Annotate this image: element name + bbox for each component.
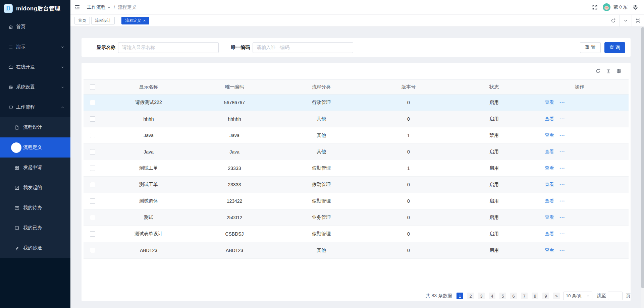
cell-version: 1 <box>369 166 448 171</box>
view-link[interactable]: 查看 <box>545 149 554 155</box>
more-actions-icon[interactable]: ··· <box>559 248 565 253</box>
table-row[interactable]: 测试 250012 业务管理 0 启用 查看··· <box>84 209 629 226</box>
page-button-8[interactable]: 8 <box>532 293 538 299</box>
select-all-checkbox[interactable] <box>90 84 95 90</box>
view-link[interactable]: 查看 <box>545 116 554 122</box>
sidebar-item-demo[interactable]: 演示 <box>0 37 70 57</box>
page-button-2[interactable]: 2 <box>467 293 474 299</box>
column-header-category[interactable]: 流程分类 <box>273 84 369 90</box>
submenu-item-label: 我的待办 <box>23 205 42 211</box>
view-link[interactable]: 查看 <box>545 214 554 221</box>
view-link[interactable]: 查看 <box>545 231 554 237</box>
submenu-item-my-todo[interactable]: 我的待办 <box>0 198 70 218</box>
table-row[interactable]: 请假测试222 56786767 行政管理 0 启用 查看··· <box>84 95 629 111</box>
view-link[interactable]: 查看 <box>545 132 554 138</box>
breadcrumb-parent[interactable]: 工作流程 <box>87 4 106 10</box>
fullscreen-icon[interactable] <box>592 4 598 10</box>
page-size-select[interactable]: 10 条/页 <box>563 292 592 300</box>
table-row[interactable]: 测试表单设计 CSBDSJ 假勤管理 0 启用 查看··· <box>84 226 629 242</box>
code-input[interactable]: 请输入唯一编码 <box>253 42 353 53</box>
row-checkbox[interactable] <box>90 182 95 187</box>
sidebar-item-home[interactable]: 首页 <box>0 17 70 37</box>
view-link[interactable]: 查看 <box>545 165 554 171</box>
table-row[interactable]: 测试调休 123422 假勤管理 0 启用 查看··· <box>84 193 629 209</box>
chevron-down-icon <box>107 5 111 9</box>
row-checkbox[interactable] <box>90 231 95 237</box>
page-button-1[interactable]: 1 <box>457 293 463 299</box>
query-button[interactable]: 查 询 <box>604 42 625 53</box>
row-checkbox[interactable] <box>90 133 95 138</box>
sidebar-item-online-dev[interactable]: 在线开发 <box>0 57 70 77</box>
row-checkbox[interactable] <box>90 198 95 204</box>
avatar[interactable] <box>603 3 610 11</box>
refresh-icon[interactable] <box>595 68 601 74</box>
more-actions-icon[interactable]: ··· <box>559 116 565 122</box>
row-checkbox[interactable] <box>90 149 95 155</box>
sidebar-item-system-settings[interactable]: 系统设置 <box>0 77 70 97</box>
tab-home[interactable]: 首页 <box>74 17 90 24</box>
tab-options-button[interactable] <box>619 15 632 26</box>
column-header-version[interactable]: 版本号 <box>369 84 448 90</box>
row-checkbox[interactable] <box>90 215 95 220</box>
more-actions-icon[interactable]: ··· <box>559 149 565 155</box>
page-button-6[interactable]: 6 <box>510 293 517 299</box>
page-button-4[interactable]: 4 <box>489 293 495 299</box>
more-actions-icon[interactable]: ··· <box>559 166 565 171</box>
view-link[interactable]: 查看 <box>545 198 554 204</box>
more-actions-icon[interactable]: ··· <box>559 182 565 187</box>
name-input[interactable]: 请输入显示名称 <box>118 42 219 53</box>
view-link[interactable]: 查看 <box>545 182 554 188</box>
reset-button[interactable]: 重 置 <box>580 42 601 53</box>
column-header-status[interactable]: 状态 <box>448 84 540 90</box>
username[interactable]: 蒙立东 <box>613 4 628 10</box>
tab-process-design[interactable]: 流程设计 <box>91 17 115 24</box>
page-size-value: 10 条/页 <box>566 293 582 299</box>
page-button-9[interactable]: 9 <box>542 293 549 299</box>
next-page-button[interactable]: > <box>553 293 560 299</box>
submenu-item-my-initiated[interactable]: 我发起的 <box>0 178 70 198</box>
more-actions-icon[interactable]: ··· <box>559 198 565 204</box>
refresh-tab-button[interactable] <box>607 15 619 26</box>
submenu-item-label: 我发起的 <box>23 185 42 191</box>
row-height-icon[interactable] <box>606 68 611 74</box>
row-checkbox[interactable] <box>90 100 95 105</box>
submenu-item-my-cc[interactable]: 我的抄送 <box>0 238 70 258</box>
column-header-actions[interactable]: 操作 <box>540 84 629 90</box>
page-button-5[interactable]: 5 <box>499 293 506 299</box>
sidebar-item-workflow[interactable]: 工作流程 <box>0 97 70 117</box>
close-icon[interactable]: × <box>143 18 146 23</box>
table-row[interactable]: ABD123 ABD123 其他 0 启用 查看··· <box>84 242 629 259</box>
table-row[interactable]: Java Java 其他 0 启用 查看··· <box>84 144 629 160</box>
submenu-item-start-application[interactable]: 发起申请 <box>0 158 70 178</box>
menu-fold-icon[interactable] <box>74 4 80 10</box>
row-checkbox[interactable] <box>90 116 95 122</box>
more-actions-icon[interactable]: ··· <box>559 133 565 138</box>
maximize-button[interactable] <box>632 15 644 26</box>
column-header-name[interactable]: 显示名称 <box>102 84 196 90</box>
cell-status: 启用 <box>448 100 540 106</box>
column-header-code[interactable]: 唯一编码 <box>196 84 273 90</box>
table-row[interactable]: Java Java 其他 1 禁用 查看··· <box>84 127 629 144</box>
more-actions-icon[interactable]: ··· <box>559 215 565 220</box>
table-row[interactable]: hhhh hhhhh 其他 0 启用 查看··· <box>84 111 629 127</box>
submenu-item-process-definition[interactable]: 流程定义 <box>0 137 70 158</box>
more-actions-icon[interactable]: ··· <box>559 231 565 237</box>
view-link[interactable]: 查看 <box>545 247 554 253</box>
view-link[interactable]: 查看 <box>545 100 554 106</box>
page-button-7[interactable]: 7 <box>521 293 528 299</box>
cell-version: 0 <box>369 116 448 122</box>
scrollbar[interactable] <box>641 27 644 308</box>
scrollbar-thumb[interactable] <box>641 27 644 288</box>
more-actions-icon[interactable]: ··· <box>559 100 565 105</box>
page-button-3[interactable]: 3 <box>478 293 485 299</box>
submenu-item-process-design[interactable]: 流程设计 <box>0 117 70 137</box>
row-checkbox[interactable] <box>90 166 95 171</box>
row-checkbox[interactable] <box>90 248 95 253</box>
tab-process-definition[interactable]: 流程定义× <box>121 17 149 24</box>
jump-page-input[interactable] <box>608 292 623 300</box>
submenu-item-my-done[interactable]: 我的已办 <box>0 218 70 238</box>
gear-icon[interactable] <box>616 68 622 74</box>
gear-icon[interactable] <box>633 4 638 10</box>
table-row[interactable]: 测试工单 23333 假勤管理 1 启用 查看··· <box>84 160 629 177</box>
table-row[interactable]: 测试工单 23333 假勤管理 0 启用 查看··· <box>84 177 629 193</box>
